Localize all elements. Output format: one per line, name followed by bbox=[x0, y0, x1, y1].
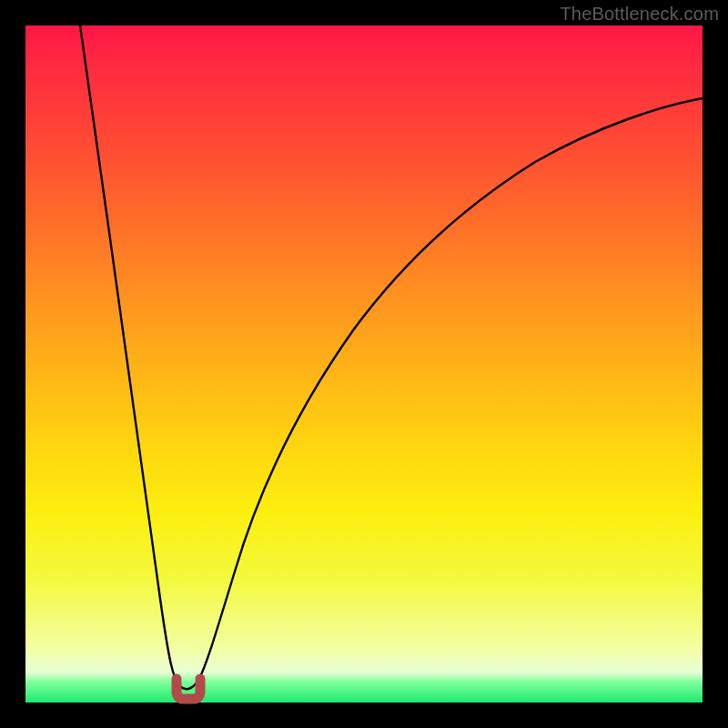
bottleneck-curve-path bbox=[80, 25, 703, 689]
watermark-text: TheBottleneck.com bbox=[560, 4, 719, 25]
bottleneck-chart bbox=[25, 25, 703, 703]
chart-plot-area bbox=[25, 25, 703, 703]
